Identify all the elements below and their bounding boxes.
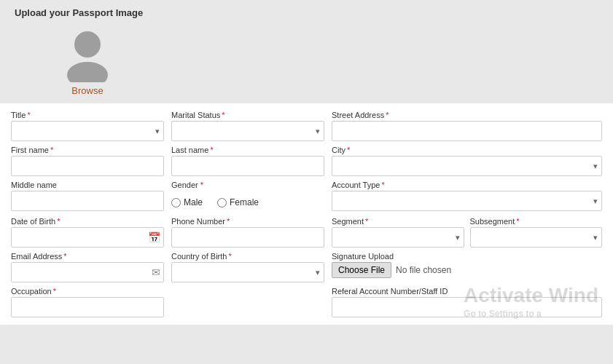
subsegment-select[interactable] <box>470 227 603 248</box>
female-radio[interactable] <box>217 198 227 207</box>
upload-label: Upload your Passport Image <box>15 7 143 18</box>
segment-field: Segment * <box>332 217 464 248</box>
choose-file-button[interactable]: Choose File <box>332 262 391 278</box>
title-select[interactable]: Mr Mrs Ms Dr <box>11 121 164 141</box>
page-container: Upload your Passport Image Browse Title … <box>0 0 613 364</box>
title-select-wrapper: Mr Mrs Ms Dr <box>11 121 164 141</box>
street-address-field: Street Address * <box>332 111 602 141</box>
segment-label: Segment * <box>332 217 464 226</box>
svg-point-1 <box>67 62 108 82</box>
occupation-label: Occupation * <box>11 287 164 296</box>
occupation-field: Occupation * <box>11 287 164 317</box>
segment-select-wrapper <box>332 227 464 248</box>
country-of-birth-label: Country of Birth * <box>171 252 324 261</box>
street-address-label: Street Address * <box>332 111 602 119</box>
phone-number-label: Phone Number * <box>171 217 324 226</box>
svg-point-0 <box>74 31 101 58</box>
middle-name-field: Middle name <box>11 181 164 213</box>
city-select[interactable] <box>332 156 602 176</box>
avatar-container: Browse <box>58 24 117 96</box>
city-select-wrapper <box>332 156 602 176</box>
email-address-input[interactable] <box>11 262 164 282</box>
signature-upload-label: Signature Upload <box>332 252 602 261</box>
last-name-field: Last name * <box>171 146 324 176</box>
form-section: Title * Mr Mrs Ms Dr Marital Status * <box>0 103 613 325</box>
marital-status-label: Marital Status * <box>171 111 324 119</box>
subsegment-field: Subsegment * <box>470 217 603 248</box>
date-of-birth-input[interactable] <box>11 227 164 248</box>
phone-number-field: Phone Number * <box>171 217 324 248</box>
date-of-birth-field: Date of Birth * 📅 <box>11 217 164 248</box>
title-field: Title * Mr Mrs Ms Dr <box>11 111 164 141</box>
date-of-birth-label: Date of Birth * <box>11 217 164 226</box>
referral-input[interactable] <box>332 297 602 317</box>
middle-name-input[interactable] <box>11 191 164 211</box>
empty-cell <box>171 287 324 317</box>
signature-upload-field: Signature Upload Choose File No file cho… <box>332 252 602 282</box>
city-label: City * <box>332 146 602 154</box>
segment-select[interactable] <box>332 227 464 248</box>
first-name-label: First name * <box>11 146 164 154</box>
marital-status-field: Marital Status * Single Married Divorced <box>171 111 324 141</box>
marital-status-select-wrapper: Single Married Divorced <box>171 121 324 141</box>
account-type-field: Account Type * <box>332 181 602 213</box>
email-address-field: Email Address * ✉ <box>11 252 164 282</box>
upload-section: Upload your Passport Image Browse <box>0 0 613 103</box>
first-name-input[interactable] <box>11 156 164 176</box>
account-type-label: Account Type * <box>332 181 602 189</box>
no-file-text: No file chosen <box>396 265 451 275</box>
last-name-label: Last name * <box>171 146 324 154</box>
file-input-row: Choose File No file chosen <box>332 262 602 278</box>
subsegment-label: Subsegment * <box>470 217 603 226</box>
first-name-field: First name * <box>11 146 164 176</box>
street-address-input[interactable] <box>332 121 602 141</box>
email-address-label: Email Address * <box>11 252 164 261</box>
marital-status-select[interactable]: Single Married Divorced <box>171 121 324 141</box>
middle-name-label: Middle name <box>11 181 164 189</box>
segment-subsegment-wrapper: Segment * Subsegment * <box>332 217 602 248</box>
country-of-birth-select[interactable] <box>171 262 324 282</box>
city-field: City * <box>332 146 602 176</box>
last-name-input[interactable] <box>171 156 324 176</box>
gender-field: Gender * Male Female <box>171 181 324 213</box>
country-of-birth-select-wrapper <box>171 262 324 282</box>
gender-options: Male Female <box>171 192 324 213</box>
browse-link[interactable]: Browse <box>71 85 103 96</box>
male-radio[interactable] <box>171 198 181 207</box>
occupation-input[interactable] <box>11 297 164 317</box>
subsegment-select-wrapper <box>470 227 603 248</box>
referral-label: Referal Account Number/Staff ID <box>332 287 602 296</box>
account-type-select[interactable] <box>332 191 602 211</box>
female-option[interactable]: Female <box>217 197 259 207</box>
avatar-icon <box>58 24 117 82</box>
account-type-select-wrapper <box>332 191 602 211</box>
country-of-birth-field: Country of Birth * <box>171 252 324 282</box>
phone-number-input[interactable] <box>171 227 324 248</box>
referral-field: Referal Account Number/Staff ID <box>332 287 602 317</box>
gender-label: Gender * <box>171 181 324 189</box>
male-option[interactable]: Male <box>171 197 203 207</box>
title-label: Title * <box>11 111 164 119</box>
